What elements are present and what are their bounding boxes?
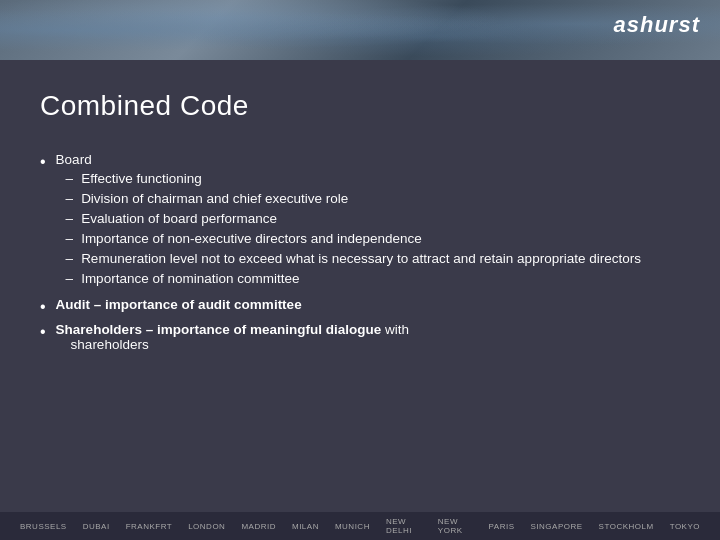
footer-city: London [188,522,225,531]
footer-city: Milan [292,522,319,531]
board-label: Board [56,152,92,167]
footer: Brussels Dubai Frankfrt London Madrid Mi… [0,512,720,540]
footer-city: Munich [335,522,370,531]
footer-city: Tokyo [670,522,700,531]
footer-city: Paris [489,522,515,531]
bullet-list: • Board – Effective functioning – Divisi… [40,152,680,500]
sub-list: – Effective functioning – Division of ch… [56,171,680,286]
footer-city: New York [438,517,473,535]
sub-list-item: – Division of chairman and chief executi… [56,191,680,206]
sub-item-text: Evaluation of board performance [81,211,277,226]
sub-item-text: Importance of nomination committee [81,271,299,286]
footer-city: Madrid [241,522,276,531]
footer-city: Frankfrt [126,522,173,531]
bullet-icon: • [40,298,46,316]
footer-city: Brussels [20,522,67,531]
slide-title: Combined Code [40,90,680,122]
header-banner: ashurst [0,0,720,60]
dash-icon: – [66,171,74,186]
dash-icon: – [66,251,74,266]
dash-icon: – [66,271,74,286]
list-item: • Board – Effective functioning – Divisi… [40,152,680,291]
sub-list-item: – Importance of non-executive directors … [56,231,680,246]
sub-list-item: – Effective functioning [56,171,680,186]
sub-item-text: Effective functioning [81,171,202,186]
footer-city: Dubai [83,522,110,531]
sub-list-item: – Evaluation of board performance [56,211,680,226]
bullet-icon: • [40,153,46,171]
shareholders-label: Shareholders – importance of meaningful … [56,322,680,352]
audit-label: Audit – importance of audit committee [56,297,680,312]
dash-icon: – [66,231,74,246]
sub-item-text: Division of chairman and chief executive… [81,191,348,206]
dash-icon: – [66,191,74,206]
footer-city: Stockholm [599,522,654,531]
sub-list-item: – Importance of nomination committee [56,271,680,286]
footer-city: New Delhi [386,517,422,535]
sub-item-text: Remuneration level not to exceed what is… [81,251,641,266]
footer-city: Singapore [531,522,583,531]
list-item: • Shareholders – importance of meaningfu… [40,322,680,352]
list-item: • Audit – importance of audit committee [40,297,680,316]
bullet-content: Board – Effective functioning – Division… [56,152,680,291]
bullet-icon: • [40,323,46,341]
ashurst-logo: ashurst [614,12,700,38]
dash-icon: – [66,211,74,226]
sub-list-item: – Remuneration level not to exceed what … [56,251,680,266]
sub-item-text: Importance of non-executive directors an… [81,231,422,246]
slide-content: Combined Code • Board – Effective functi… [0,60,720,520]
